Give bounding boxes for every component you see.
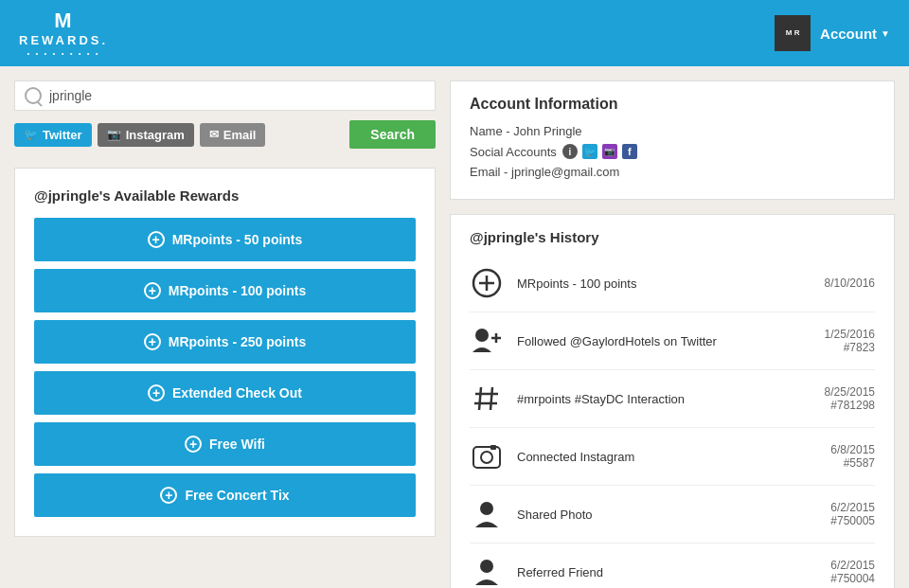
account-email-line: Email - jpringle@gmail.com bbox=[470, 165, 875, 179]
plus-icon: + bbox=[144, 282, 161, 299]
instagram-icon: 📷 bbox=[107, 128, 121, 141]
svg-point-11 bbox=[481, 452, 492, 463]
caret-icon: ▼ bbox=[881, 28, 890, 39]
camera-icon bbox=[472, 441, 502, 472]
twitter-tab-label: Twitter bbox=[43, 128, 82, 142]
reward-button-100[interactable]: + MRpoints - 100 points bbox=[34, 269, 416, 312]
history-date-hashtag: 8/25/2015 #781298 bbox=[825, 385, 875, 412]
account-label: Account bbox=[820, 26, 877, 42]
rewards-section: @jpringle's Available Rewards + MRpoints… bbox=[14, 168, 436, 537]
search-bar-container bbox=[14, 80, 436, 111]
history-date-follow: 1/25/2016 #7823 bbox=[825, 328, 875, 354]
history-icon-refer bbox=[470, 555, 504, 588]
svg-point-3 bbox=[475, 329, 489, 342]
logo: M REWARDS. • • • • • • • • • bbox=[19, 9, 108, 58]
history-item: MRpoints - 100 points 8/10/2016 bbox=[470, 255, 875, 312]
logo-dots: • • • • • • • • • bbox=[27, 49, 100, 58]
svg-point-13 bbox=[480, 502, 493, 515]
history-label-refer: Referred Friend bbox=[517, 565, 817, 579]
reward-label-concert: Free Concert Tix bbox=[185, 488, 289, 503]
history-title: @jpringle's History bbox=[470, 229, 875, 245]
plus-icon: + bbox=[148, 384, 165, 401]
filter-tabs: 🐦 Twitter 📷 Instagram ✉ Email Search bbox=[14, 120, 436, 149]
history-item: Referred Friend 6/2/2015 #750004 bbox=[470, 543, 875, 588]
svg-line-6 bbox=[479, 387, 481, 410]
account-logo: M R bbox=[786, 28, 800, 38]
history-label-hashtag: #mrpoints #StayDC Interaction bbox=[517, 392, 811, 406]
reward-button-checkout[interactable]: + Extended Check Out bbox=[34, 371, 416, 415]
search-icon bbox=[25, 87, 42, 104]
plus-icon: + bbox=[144, 333, 161, 350]
plus-icon: + bbox=[148, 231, 165, 248]
twitter-social-icon: 🐦 bbox=[582, 144, 597, 159]
account-info-title: Account Information bbox=[470, 96, 875, 113]
account-logo-box: M R bbox=[775, 15, 811, 51]
svg-line-7 bbox=[490, 387, 492, 410]
rewards-title: @jpringle's Available Rewards bbox=[34, 187, 416, 204]
logo-text: REWARDS. bbox=[19, 33, 108, 47]
account-area: M R Account ▼ bbox=[775, 15, 890, 51]
instagram-tab-label: Instagram bbox=[126, 128, 185, 142]
header: M REWARDS. • • • • • • • • • M R Account… bbox=[0, 0, 909, 66]
history-icon-follow bbox=[470, 324, 504, 358]
history-date-refer: 6/2/2015 #750004 bbox=[830, 559, 875, 585]
twitter-tab[interactable]: 🐦 Twitter bbox=[14, 123, 92, 147]
left-panel: 🐦 Twitter 📷 Instagram ✉ Email Search @jp… bbox=[14, 80, 450, 588]
history-item: #mrpoints #StayDC Interaction 8/25/2015 … bbox=[470, 370, 875, 428]
social-icons-group: i 🐦 📷 f bbox=[562, 144, 637, 159]
reward-label-100: MRpoints - 100 points bbox=[169, 283, 306, 298]
history-icon-hashtag bbox=[470, 382, 504, 416]
history-date-photo: 6/2/2015 #750005 bbox=[830, 501, 875, 527]
right-panel: Account Information Name - John Pringle … bbox=[450, 80, 895, 588]
search-input[interactable] bbox=[49, 88, 425, 103]
svg-rect-12 bbox=[490, 445, 496, 450]
reward-label-wifi: Free Wifi bbox=[209, 437, 265, 452]
reward-label-checkout: Extended Check Out bbox=[172, 385, 302, 401]
account-info-box: Account Information Name - John Pringle … bbox=[450, 80, 895, 200]
history-label-photo: Shared Photo bbox=[517, 508, 817, 522]
reward-button-50[interactable]: + MRpoints - 50 points bbox=[34, 218, 416, 261]
history-box: @jpringle's History MRpoints - 100 point… bbox=[450, 214, 895, 588]
history-date-mrpoints: 8/10/2016 bbox=[825, 276, 875, 290]
instagram-social-icon: 📷 bbox=[602, 144, 617, 159]
facebook-social-icon: f bbox=[622, 144, 637, 159]
reward-label-50: MRpoints - 50 points bbox=[172, 232, 303, 247]
info-icon: i bbox=[562, 144, 578, 159]
account-email: Email - jpringle@gmail.com bbox=[470, 165, 619, 179]
instagram-tab[interactable]: 📷 Instagram bbox=[98, 123, 194, 147]
history-label-follow: Followed @GaylordHotels on Twitter bbox=[517, 334, 811, 348]
history-icon-mrpoints bbox=[470, 266, 504, 300]
person-icon bbox=[472, 499, 502, 529]
reward-label-250: MRpoints - 250 points bbox=[169, 334, 306, 349]
person-icon bbox=[472, 557, 502, 587]
reward-button-wifi[interactable]: + Free Wifi bbox=[34, 422, 416, 466]
plus-icon: + bbox=[185, 436, 202, 453]
history-icon-instagram bbox=[470, 439, 504, 473]
history-item: Shared Photo 6/2/2015 #750005 bbox=[470, 486, 875, 543]
history-icon-photo bbox=[470, 497, 504, 531]
history-label-mrpoints: MRpoints - 100 points bbox=[517, 276, 811, 291]
history-date-instagram: 6/8/2015 #5587 bbox=[830, 443, 875, 470]
email-tab[interactable]: ✉ Email bbox=[200, 123, 266, 147]
reward-button-250[interactable]: + MRpoints - 250 points bbox=[34, 320, 416, 364]
social-accounts-label: Social Accounts bbox=[470, 145, 557, 159]
svg-point-14 bbox=[480, 560, 493, 573]
account-button[interactable]: Account ▼ bbox=[820, 26, 890, 42]
history-item: Followed @GaylordHotels on Twitter 1/25/… bbox=[470, 312, 875, 370]
main-container: 🐦 Twitter 📷 Instagram ✉ Email Search @jp… bbox=[0, 66, 909, 588]
account-name-line: Name - John Pringle bbox=[470, 124, 875, 138]
logo-icon: M bbox=[54, 9, 72, 33]
plus-circle-icon bbox=[472, 268, 502, 298]
account-name: Name - John Pringle bbox=[470, 124, 582, 138]
history-label-instagram: Connected Instagram bbox=[517, 450, 817, 464]
email-tab-label: Email bbox=[223, 128, 257, 142]
twitter-icon: 🐦 bbox=[24, 128, 38, 141]
email-icon: ✉ bbox=[209, 128, 219, 141]
social-accounts-line: Social Accounts i 🐦 📷 f bbox=[470, 144, 875, 159]
history-item: Connected Instagram 6/8/2015 #5587 bbox=[470, 428, 875, 486]
reward-button-concert[interactable]: + Free Concert Tix bbox=[34, 473, 416, 517]
follow-icon bbox=[471, 326, 503, 356]
search-button[interactable]: Search bbox=[349, 120, 436, 149]
hashtag-icon bbox=[472, 383, 502, 414]
plus-icon: + bbox=[160, 487, 177, 504]
